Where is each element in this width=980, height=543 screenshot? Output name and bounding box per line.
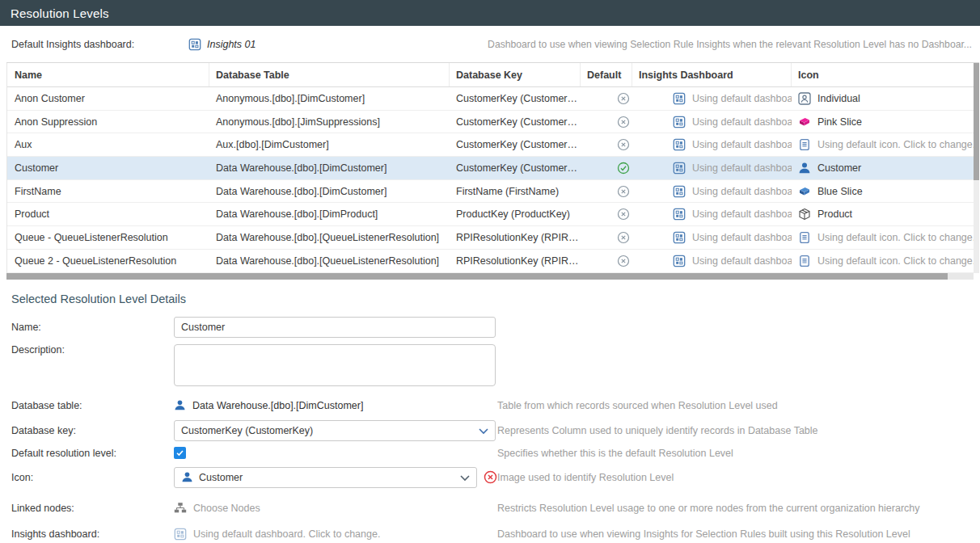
icon-field-row: Icon: Customer Image used to identify Re… <box>11 467 980 488</box>
insights-dashboard-label: Insights dashboard: <box>11 528 174 540</box>
table-row[interactable]: ProductData Warehouse.[dbo].[DimProduct]… <box>7 203 974 226</box>
row-icon[interactable]: Customer <box>792 157 974 179</box>
row-insights-dashboard[interactable]: Using default dashboard <box>632 203 792 225</box>
row-database-key: CustomerKey (CustomerKey) <box>450 87 581 110</box>
panel-title-bar: Resolution Levels <box>0 0 980 26</box>
table-row[interactable]: Anon CustomerAnonymous.[dbo].[DimCustome… <box>7 87 974 111</box>
row-name: FirstName <box>7 180 209 203</box>
column-header-icon[interactable]: Icon <box>792 63 974 86</box>
pink-slice-icon <box>798 116 811 128</box>
description-textarea[interactable] <box>174 344 496 386</box>
not-default-icon <box>617 255 630 267</box>
default-level-field-row: Default resolution level: Specifies whet… <box>11 446 980 461</box>
field-hint: Restricts Resolution Level usage to one … <box>497 503 920 514</box>
linked-nodes-button[interactable]: Choose Nodes <box>174 502 260 515</box>
column-header-name[interactable]: Name <box>7 63 209 86</box>
row-database-table: Data Warehouse.[dbo].[DimCustomer] <box>209 180 450 203</box>
row-default-indicator <box>581 250 632 272</box>
row-database-key: FirstName (FirstName) <box>450 180 581 203</box>
row-name: Queue 2 - QueueListenerResolution <box>7 250 209 272</box>
blue-slice-icon <box>798 185 811 198</box>
row-default-indicator <box>581 157 632 179</box>
table-row[interactable]: FirstNameData Warehouse.[dbo].[DimCustom… <box>7 180 974 204</box>
row-insights-dashboard[interactable]: Using default dashboard <box>632 133 792 156</box>
row-icon[interactable]: Using default icon. Click to change. <box>792 226 974 249</box>
remove-circle-icon <box>484 470 497 484</box>
field-hint: Represents Column used to uniquely ident… <box>497 425 818 436</box>
row-insights-dashboard[interactable]: Using default dashboard <box>632 111 792 133</box>
not-default-icon <box>617 185 630 198</box>
check-icon <box>175 448 184 457</box>
row-name: Aux <box>7 133 209 156</box>
row-icon[interactable]: Individual <box>792 87 974 110</box>
row-insights-dashboard[interactable]: Using default dashboard <box>632 250 792 272</box>
individual-icon <box>798 92 811 105</box>
column-header-insights-dashboard[interactable]: Insights Dashboard <box>632 63 792 86</box>
row-database-table: Data Warehouse.[dbo].[DimCustomer] <box>209 157 450 179</box>
default-check-icon <box>617 162 630 175</box>
table-row[interactable]: Queue - QueueListenerResolutionData Ware… <box>7 226 974 250</box>
row-icon[interactable]: Pink Slice <box>792 111 974 133</box>
default-icon-document <box>798 231 811 244</box>
table-body: Anon CustomerAnonymous.[dbo].[DimCustome… <box>7 87 974 273</box>
row-database-key: ProductKey (ProductKey) <box>450 203 581 225</box>
icon-label: Icon: <box>11 472 174 483</box>
default-dashboard-picker[interactable]: Insights 01 <box>188 38 256 51</box>
row-icon[interactable]: Using default icon. Click to change. <box>792 133 974 156</box>
column-header-database-table[interactable]: Database Table <box>209 63 450 86</box>
icon-clear-button[interactable] <box>484 470 497 484</box>
not-default-icon <box>617 138 630 151</box>
row-database-key: CustomerKey (CustomerKey) <box>450 111 581 133</box>
column-header-database-key[interactable]: Database Key <box>450 63 581 86</box>
table-header-row: Name Database Table Database Key Default… <box>7 63 974 87</box>
table-horizontal-scrollbar[interactable] <box>6 273 974 280</box>
row-icon[interactable]: Product <box>792 203 974 225</box>
table-vertical-scrollbar[interactable] <box>974 63 979 273</box>
customer-icon <box>181 471 193 483</box>
default-level-checkbox[interactable] <box>174 447 186 459</box>
row-database-key: RPIResolutionKey (RPIResolutionKey) <box>450 226 581 249</box>
table-row[interactable]: Anon SuppressionAnonymous.[dbo].[JimSupp… <box>7 111 974 134</box>
resolution-levels-table: Name Database Table Database Key Default… <box>6 62 979 273</box>
row-default-indicator <box>581 111 632 133</box>
database-table-field-row: Database table: Data Warehouse.[dbo].[Di… <box>11 396 980 415</box>
dashboard-icon <box>673 208 686 221</box>
row-insights-dashboard[interactable]: Using default dashboard <box>632 180 792 203</box>
name-input[interactable] <box>174 317 496 338</box>
row-name: Anon Customer <box>7 87 209 110</box>
vertical-scrollbar-thumb[interactable] <box>974 63 979 180</box>
not-default-icon <box>617 231 630 244</box>
row-database-key: RPIResolutionKey (RPIResolutionKey) <box>450 250 581 272</box>
database-key-select[interactable]: CustomerKey (CustomerKey) <box>174 420 496 441</box>
not-default-icon <box>617 208 630 221</box>
row-database-table: Anonymous.[dbo].[DimCustomer] <box>209 87 450 110</box>
chevron-down-icon <box>460 475 470 482</box>
row-icon[interactable]: Blue Slice <box>792 180 974 203</box>
dashboard-icon <box>188 38 201 51</box>
row-icon[interactable]: Using default icon. Click to change. <box>792 250 974 272</box>
dashboard-icon <box>673 185 686 198</box>
table-row[interactable]: CustomerData Warehouse.[dbo].[DimCustome… <box>7 157 974 180</box>
row-database-table: Data Warehouse.[dbo].[DimProduct] <box>209 203 450 225</box>
row-insights-dashboard[interactable]: Using default dashboard <box>632 226 792 249</box>
row-default-indicator <box>581 180 632 203</box>
table-row[interactable]: Queue 2 - QueueListenerResolutionData Wa… <box>7 250 974 273</box>
row-database-table: Data Warehouse.[dbo].[QueueListenerResol… <box>209 226 450 249</box>
horizontal-scrollbar-thumb[interactable] <box>6 273 948 280</box>
column-header-default[interactable]: Default <box>581 63 632 86</box>
database-key-label: Database key: <box>11 425 174 436</box>
row-insights-dashboard[interactable]: Using default dashboard <box>632 157 792 179</box>
icon-select[interactable]: Customer <box>174 467 477 488</box>
row-database-table: Aux.[dbo].[DimCustomer] <box>209 133 450 156</box>
default-dashboard-label: Default Insights dashboard: <box>11 39 188 50</box>
table-row[interactable]: AuxAux.[dbo].[DimCustomer]CustomerKey (C… <box>7 133 974 157</box>
field-hint: Dashboard to use when viewing Insights f… <box>497 528 910 540</box>
description-field-row: Description: <box>11 344 980 386</box>
insights-dashboard-button[interactable]: Using default dashboard. Click to change… <box>174 528 380 541</box>
default-dashboard-hint: Dashboard to use when viewing Selection … <box>488 39 972 50</box>
customer-icon <box>798 162 811 175</box>
row-insights-dashboard[interactable]: Using default dashboard <box>632 87 792 110</box>
row-default-indicator <box>581 87 632 110</box>
insights-dashboard-field-row: Insights dashboard: Using default dashbo… <box>11 525 980 543</box>
dashboard-icon <box>673 231 686 244</box>
